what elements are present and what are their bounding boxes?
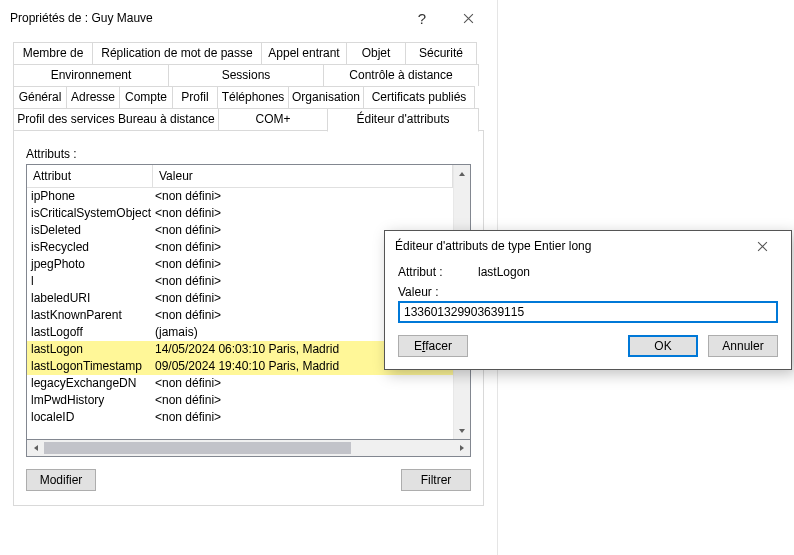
label-attributes: Attributs : [26,147,471,161]
filter-button[interactable]: Filtrer [401,469,471,491]
cell-attribute: isRecycled [27,239,153,256]
tab-profil-des-services-bureau-distance[interactable]: Profil des services Bureau à distance [13,108,219,131]
int-close-button[interactable] [739,230,785,262]
close-button[interactable] [445,2,491,34]
value-input[interactable] [398,301,778,323]
scroll-left-icon[interactable] [27,440,44,456]
cell-attribute: isCriticalSystemObject [27,205,153,222]
int-cancel-button[interactable]: Annuler [708,335,778,357]
tab-g-n-ral[interactable]: Général [13,86,67,108]
tab-adresse[interactable]: Adresse [66,86,120,108]
cell-value: <non défini> [153,392,453,409]
table-row[interactable]: isCriticalSystemObject<non défini> [27,205,453,222]
cell-value: <non défini> [153,375,453,392]
tab-certificats-publi-s[interactable]: Certificats publiés [363,86,475,108]
cell-value: <non défini> [153,188,453,205]
cell-attribute: lastLogonTimestamp [27,358,153,375]
cell-value: <non défini> [153,409,453,426]
tab-profil[interactable]: Profil [172,86,218,108]
clear-button[interactable]: Effacer [398,335,468,357]
cell-attribute: legacyExchangeDN [27,375,153,392]
close-icon [757,241,768,252]
table-row[interactable]: legacyExchangeDN<non défini> [27,375,453,392]
cell-attribute: l [27,273,153,290]
int-attr-name: lastLogon [478,265,530,279]
tab-contr-le-distance[interactable]: Contrôle à distance [323,64,479,86]
close-icon [463,13,474,24]
label-attr: Attribut : [398,265,478,279]
tab--diteur-d-attributs[interactable]: Éditeur d'attributs [327,108,479,132]
column-attribute[interactable]: Attribut [27,165,153,187]
int-titlebar: Éditeur d'attributs de type Entier long [385,231,791,261]
scroll-right-icon[interactable] [453,440,470,456]
int-title: Éditeur d'attributs de type Entier long [395,239,739,253]
modify-button[interactable]: Modifier [26,469,96,491]
properties-titlebar: Propriétés de : Guy Mauve ? [0,0,497,36]
tab-appel-entrant[interactable]: Appel entrant [261,42,347,64]
cell-attribute: lastLogon [27,341,153,358]
table-row[interactable]: localeID<non défini> [27,409,453,426]
tab-organisation[interactable]: Organisation [288,86,364,108]
cell-attribute: jpegPhoto [27,256,153,273]
cell-attribute: localeID [27,409,153,426]
cell-attribute: lastKnownParent [27,307,153,324]
tab-compte[interactable]: Compte [119,86,173,108]
cell-attribute: lmPwdHistory [27,392,153,409]
scroll-up-icon[interactable] [454,165,470,182]
cell-attribute: lastLogoff [27,324,153,341]
properties-title: Propriétés de : Guy Mauve [10,11,399,25]
horizontal-scrollbar[interactable] [26,440,471,457]
tab-objet[interactable]: Objet [346,42,406,64]
cell-value: <non défini> [153,205,453,222]
listview-header[interactable]: Attribut Valeur [27,165,453,188]
column-value[interactable]: Valeur [153,165,453,187]
cell-attribute: isDeleted [27,222,153,239]
tab-com-[interactable]: COM+ [218,108,328,131]
hscroll-thumb[interactable] [44,442,351,454]
tab-environnement[interactable]: Environnement [13,64,169,86]
cell-attribute: ipPhone [27,188,153,205]
tab-r-plication-de-mot-de-passe[interactable]: Réplication de mot de passe [92,42,262,64]
tab-t-l-phones[interactable]: Téléphones [217,86,289,108]
table-row[interactable]: ipPhone<non défini> [27,188,453,205]
label-value: Valeur : [398,285,438,299]
tab-s-curit-[interactable]: Sécurité [405,42,477,64]
integer-editor-dialog: Éditeur d'attributs de type Entier long … [384,230,792,370]
scroll-down-icon[interactable] [454,422,470,439]
table-row[interactable]: lmPwdHistory<non défini> [27,392,453,409]
tab-membre-de[interactable]: Membre de [13,42,93,64]
cell-attribute: labeledURI [27,290,153,307]
help-button[interactable]: ? [399,2,445,34]
tab-sessions[interactable]: Sessions [168,64,324,86]
int-ok-button[interactable]: OK [628,335,698,357]
